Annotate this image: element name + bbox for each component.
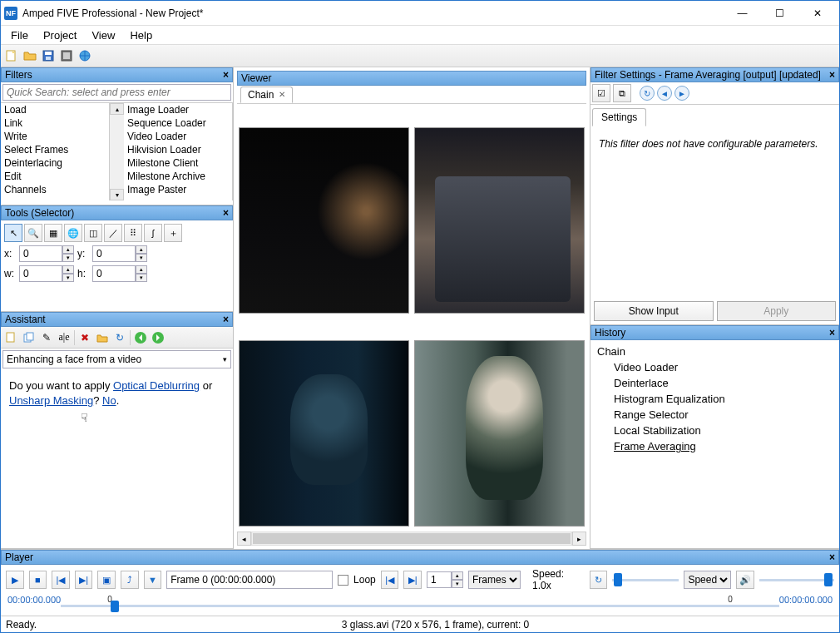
assist-copy-icon[interactable] — [22, 330, 37, 345]
scroll-right-icon[interactable]: ▸ — [572, 532, 586, 546]
export-button[interactable]: ⤴ — [121, 571, 139, 589]
assist-edit-icon[interactable]: ✎ — [39, 330, 54, 345]
list-item[interactable]: Milestone Archive — [124, 170, 232, 183]
link-optical-deblurring[interactable]: Optical Deblurring — [113, 379, 200, 392]
list-item[interactable]: Edit — [1, 170, 109, 183]
filters-search-input[interactable] — [2, 84, 231, 101]
tab-close-icon[interactable]: ✕ — [279, 90, 285, 99]
new-project-icon[interactable] — [4, 48, 19, 63]
save-icon[interactable] — [41, 48, 56, 63]
list-item[interactable]: Image Loader — [124, 103, 232, 116]
grid-tool-icon[interactable]: ⠿ — [124, 224, 142, 242]
history-root[interactable]: Chain — [597, 344, 833, 359]
viewer-hscrollbar[interactable]: ◂ ▸ — [237, 532, 586, 546]
filter-settings-close-icon[interactable]: × — [829, 69, 835, 81]
list-item[interactable]: Milestone Client — [124, 156, 232, 170]
viewer-image-2[interactable] — [414, 127, 585, 314]
minimize-button[interactable]: — — [724, 1, 761, 25]
menu-help[interactable]: Help — [123, 27, 159, 43]
menu-file[interactable]: File — [4, 27, 35, 43]
list-item[interactable]: Hikvision Loader — [124, 143, 232, 156]
globe-icon[interactable] — [77, 48, 92, 63]
marquee-tool-icon[interactable]: ◫ — [84, 224, 102, 242]
skip-fwd-button[interactable]: ▶| — [403, 571, 422, 589]
assistant-mode-select[interactable]: Enhancing a face from a video ▾ — [2, 350, 231, 368]
assist-open-icon[interactable] — [95, 330, 110, 345]
zoom-tool-icon[interactable]: 🔍 — [24, 224, 42, 242]
history-item[interactable]: Histogram Equalization — [597, 391, 833, 407]
history-item[interactable]: Range Selector — [597, 407, 833, 423]
menu-view[interactable]: View — [85, 27, 121, 43]
settings-tab[interactable]: Settings — [592, 108, 646, 126]
picture-tool-icon[interactable]: ▦ — [44, 224, 62, 242]
list-item[interactable]: Load — [1, 103, 109, 116]
stop-button[interactable]: ■ — [29, 571, 47, 589]
curve-tool-icon[interactable]: ∫ — [144, 224, 162, 242]
loop-checkbox[interactable] — [338, 575, 348, 586]
scroll-left-icon[interactable]: ◂ — [237, 532, 251, 546]
add-tool-icon[interactable]: ＋ — [164, 224, 182, 242]
list-item[interactable]: Sequence Loader — [124, 116, 232, 130]
h-spinner[interactable]: ▴▾ — [136, 265, 147, 282]
history-item[interactable]: Video Loader — [597, 359, 833, 375]
x-input[interactable] — [19, 245, 62, 262]
link-no[interactable]: No — [102, 394, 116, 407]
next-frame-button[interactable]: ▶| — [75, 571, 93, 589]
assist-refresh-icon[interactable]: ↻ — [112, 330, 127, 345]
play-button[interactable]: ▶ — [6, 571, 24, 589]
assist-delete-icon[interactable]: ✖ — [77, 330, 92, 345]
y-input[interactable] — [92, 245, 136, 262]
skip-back-button[interactable]: |◀ — [381, 571, 399, 589]
assist-new-icon[interactable] — [4, 330, 19, 345]
history-close-icon[interactable]: × — [829, 327, 835, 339]
history-item[interactable]: Deinterlace — [597, 375, 833, 391]
globe-tool-icon[interactable]: 🌐 — [64, 224, 82, 242]
assist-back-icon[interactable] — [133, 330, 148, 345]
assistant-close-icon[interactable]: × — [223, 314, 229, 325]
category-scrollbar[interactable]: ▴▾ — [110, 103, 124, 200]
audio-button[interactable]: 🔊 — [736, 571, 754, 589]
menu-project[interactable]: Project — [37, 27, 83, 43]
link-unsharp-masking[interactable]: Unsharp Masking — [9, 394, 93, 407]
filter-item-list[interactable]: Image Loader Sequence Loader Video Loade… — [124, 103, 233, 200]
speed-select[interactable]: Speed — [684, 571, 731, 589]
filters-close-icon[interactable]: × — [223, 69, 229, 81]
x-spinner[interactable]: ▴▾ — [62, 245, 74, 262]
w-spinner[interactable]: ▴▾ — [62, 265, 74, 282]
timeline-slider[interactable]: 0 0 — [61, 595, 779, 613]
list-item[interactable]: Image Paster — [124, 183, 232, 196]
frames-unit-select[interactable]: Frames — [468, 571, 521, 589]
list-item[interactable]: Link — [1, 116, 109, 130]
w-input[interactable] — [19, 265, 62, 282]
snapshot-button[interactable]: ▣ — [97, 571, 116, 589]
viewer-image-3[interactable] — [239, 340, 409, 527]
y-spinner[interactable]: ▴▾ — [136, 245, 147, 262]
assist-forward-icon[interactable] — [151, 330, 166, 345]
frames-spinner[interactable]: ▴▾ — [452, 571, 463, 588]
list-item[interactable]: Write — [1, 130, 109, 143]
frame-display-input[interactable] — [166, 571, 333, 589]
fs-copy-icon[interactable]: ⧉ — [613, 84, 631, 102]
maximize-button[interactable]: ☐ — [761, 1, 798, 25]
list-item[interactable]: Video Loader — [124, 130, 232, 143]
tools-close-icon[interactable]: × — [223, 207, 229, 219]
fs-refresh-icon[interactable]: ↻ — [640, 86, 655, 101]
marker-button[interactable]: ▼ — [144, 571, 162, 589]
volume-slider[interactable] — [759, 571, 834, 588]
speed-reset-button[interactable]: ↻ — [590, 571, 608, 589]
open-folder-icon[interactable] — [22, 48, 37, 63]
list-item[interactable]: Deinterlacing — [1, 156, 109, 170]
viewer-image-4[interactable] — [414, 340, 585, 527]
filter-category-list[interactable]: Load Link Write Select Frames Deinterlac… — [1, 103, 110, 200]
history-item[interactable]: Local Stabilization — [597, 423, 833, 438]
list-item[interactable]: Select Frames — [1, 143, 109, 156]
viewer-image-1[interactable] — [239, 127, 409, 314]
h-input[interactable] — [92, 265, 136, 282]
fs-forward-icon[interactable]: ► — [674, 86, 689, 101]
fs-checkbox-icon[interactable]: ☑ — [592, 84, 610, 102]
close-button[interactable]: ✕ — [798, 1, 836, 25]
prev-frame-button[interactable]: |◀ — [52, 571, 70, 589]
assist-text-icon[interactable]: a|e — [57, 330, 72, 345]
fs-back-icon[interactable]: ◄ — [657, 86, 672, 101]
line-tool-icon[interactable]: ／ — [104, 224, 122, 242]
